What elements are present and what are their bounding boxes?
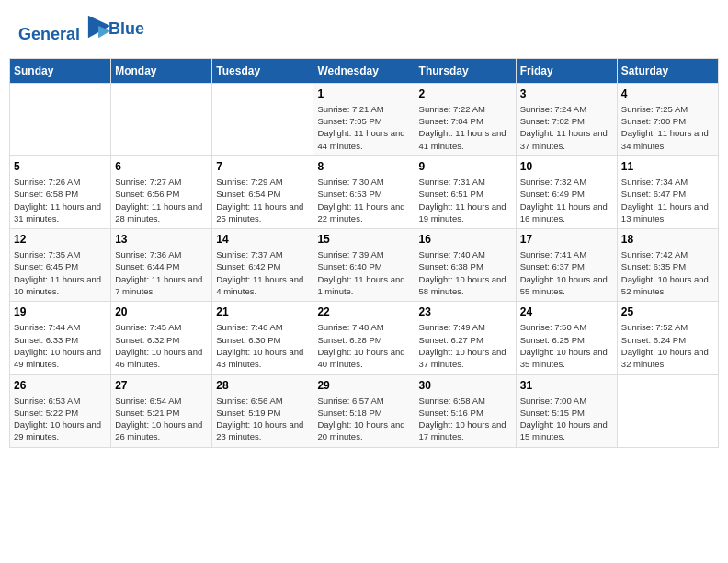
- day-number: 17: [520, 233, 613, 246]
- calendar-cell: 16Sunrise: 7:40 AM Sunset: 6:38 PM Dayli…: [415, 229, 516, 302]
- calendar-cell: 22Sunrise: 7:48 AM Sunset: 6:28 PM Dayli…: [313, 302, 415, 374]
- calendar-cell: 1Sunrise: 7:21 AM Sunset: 7:05 PM Daylig…: [313, 83, 415, 155]
- day-info: Sunrise: 7:32 AM Sunset: 6:49 PM Dayligh…: [520, 176, 613, 224]
- day-number: 3: [520, 87, 613, 100]
- calendar-cell: 3Sunrise: 7:24 AM Sunset: 7:02 PM Daylig…: [516, 83, 617, 155]
- calendar-cell: 24Sunrise: 7:50 AM Sunset: 6:25 PM Dayli…: [516, 302, 617, 374]
- calendar-cell: 21Sunrise: 7:46 AM Sunset: 6:30 PM Dayli…: [212, 302, 313, 374]
- calendar-cell: 11Sunrise: 7:34 AM Sunset: 6:47 PM Dayli…: [617, 155, 718, 228]
- calendar-cell: 19Sunrise: 7:44 AM Sunset: 6:33 PM Dayli…: [10, 302, 111, 374]
- day-number: 20: [115, 305, 208, 318]
- calendar-cell: 12Sunrise: 7:35 AM Sunset: 6:45 PM Dayli…: [10, 229, 111, 302]
- day-number: 13: [115, 233, 208, 246]
- day-number: 28: [216, 379, 309, 392]
- day-number: 31: [520, 379, 613, 392]
- day-number: 21: [216, 305, 309, 318]
- day-info: Sunrise: 7:45 AM Sunset: 6:32 PM Dayligh…: [115, 321, 208, 370]
- day-info: Sunrise: 6:56 AM Sunset: 5:19 PM Dayligh…: [216, 395, 309, 443]
- day-info: Sunrise: 7:41 AM Sunset: 6:37 PM Dayligh…: [520, 248, 613, 297]
- day-number: 2: [419, 87, 512, 100]
- column-header-thursday: Thursday: [415, 58, 516, 83]
- calendar-cell: 14Sunrise: 7:37 AM Sunset: 6:42 PM Dayli…: [212, 229, 313, 302]
- calendar-cell: 26Sunrise: 6:53 AM Sunset: 5:22 PM Dayli…: [10, 374, 111, 447]
- calendar-cell: 17Sunrise: 7:41 AM Sunset: 6:37 PM Dayli…: [516, 229, 617, 302]
- column-header-monday: Monday: [111, 58, 212, 83]
- calendar-cell: 2Sunrise: 7:22 AM Sunset: 7:04 PM Daylig…: [415, 83, 516, 155]
- calendar-week-1: 1Sunrise: 7:21 AM Sunset: 7:05 PM Daylig…: [10, 83, 719, 155]
- day-number: 12: [14, 233, 107, 246]
- calendar-table: SundayMondayTuesdayWednesdayThursdayFrid…: [9, 58, 719, 448]
- day-info: Sunrise: 6:58 AM Sunset: 5:16 PM Dayligh…: [419, 395, 512, 443]
- calendar-cell: 9Sunrise: 7:31 AM Sunset: 6:51 PM Daylig…: [415, 155, 516, 228]
- calendar-cell: 7Sunrise: 7:29 AM Sunset: 6:54 PM Daylig…: [212, 155, 313, 228]
- calendar-cell: 4Sunrise: 7:25 AM Sunset: 7:00 PM Daylig…: [617, 83, 718, 155]
- calendar-cell: 15Sunrise: 7:39 AM Sunset: 6:40 PM Dayli…: [313, 229, 415, 302]
- calendar-cell: 13Sunrise: 7:36 AM Sunset: 6:44 PM Dayli…: [111, 229, 212, 302]
- day-info: Sunrise: 6:54 AM Sunset: 5:21 PM Dayligh…: [115, 395, 208, 443]
- day-info: Sunrise: 7:25 AM Sunset: 7:00 PM Dayligh…: [621, 103, 714, 152]
- logo-text: General: [18, 14, 112, 44]
- day-info: Sunrise: 7:29 AM Sunset: 6:54 PM Dayligh…: [216, 176, 309, 224]
- day-info: Sunrise: 7:49 AM Sunset: 6:27 PM Dayligh…: [419, 321, 512, 370]
- day-info: Sunrise: 7:27 AM Sunset: 6:56 PM Dayligh…: [115, 176, 208, 224]
- column-header-friday: Friday: [516, 58, 617, 83]
- day-info: Sunrise: 7:36 AM Sunset: 6:44 PM Dayligh…: [115, 248, 208, 297]
- day-info: Sunrise: 7:00 AM Sunset: 5:15 PM Dayligh…: [520, 395, 613, 443]
- calendar-header-row: SundayMondayTuesdayWednesdayThursdayFrid…: [10, 58, 719, 83]
- day-info: Sunrise: 7:46 AM Sunset: 6:30 PM Dayligh…: [216, 321, 309, 370]
- day-number: 8: [317, 160, 410, 173]
- day-number: 30: [419, 379, 512, 392]
- day-number: 6: [115, 160, 208, 173]
- day-number: 5: [14, 160, 107, 173]
- day-info: Sunrise: 7:44 AM Sunset: 6:33 PM Dayligh…: [14, 321, 107, 370]
- calendar-cell: [111, 83, 212, 155]
- day-info: Sunrise: 7:31 AM Sunset: 6:51 PM Dayligh…: [419, 176, 512, 224]
- calendar-cell: 27Sunrise: 6:54 AM Sunset: 5:21 PM Dayli…: [111, 374, 212, 447]
- day-number: 11: [621, 160, 714, 173]
- page-header: General Blue: [9, 9, 719, 49]
- day-info: Sunrise: 7:42 AM Sunset: 6:35 PM Dayligh…: [621, 248, 714, 297]
- day-info: Sunrise: 6:57 AM Sunset: 5:18 PM Dayligh…: [317, 395, 410, 443]
- day-number: 23: [419, 305, 512, 318]
- day-number: 18: [621, 233, 714, 246]
- day-info: Sunrise: 7:22 AM Sunset: 7:04 PM Dayligh…: [419, 103, 512, 152]
- day-number: 10: [520, 160, 613, 173]
- day-number: 14: [216, 233, 309, 246]
- day-number: 25: [621, 305, 714, 318]
- calendar-cell: 5Sunrise: 7:26 AM Sunset: 6:58 PM Daylig…: [10, 155, 111, 228]
- day-number: 7: [216, 160, 309, 173]
- day-number: 27: [115, 379, 208, 392]
- calendar-cell: 18Sunrise: 7:42 AM Sunset: 6:35 PM Dayli…: [617, 229, 718, 302]
- day-info: Sunrise: 7:48 AM Sunset: 6:28 PM Dayligh…: [317, 321, 410, 370]
- calendar-cell: 30Sunrise: 6:58 AM Sunset: 5:16 PM Dayli…: [415, 374, 516, 447]
- calendar-week-5: 26Sunrise: 6:53 AM Sunset: 5:22 PM Dayli…: [10, 374, 719, 447]
- day-info: Sunrise: 7:26 AM Sunset: 6:58 PM Dayligh…: [14, 176, 107, 224]
- column-header-saturday: Saturday: [617, 58, 718, 83]
- day-number: 19: [14, 305, 107, 318]
- day-info: Sunrise: 6:53 AM Sunset: 5:22 PM Dayligh…: [14, 395, 107, 443]
- column-header-sunday: Sunday: [10, 58, 111, 83]
- day-info: Sunrise: 7:34 AM Sunset: 6:47 PM Dayligh…: [621, 176, 714, 224]
- calendar-cell: 10Sunrise: 7:32 AM Sunset: 6:49 PM Dayli…: [516, 155, 617, 228]
- calendar-cell: 8Sunrise: 7:30 AM Sunset: 6:53 PM Daylig…: [313, 155, 415, 228]
- calendar-week-2: 5Sunrise: 7:26 AM Sunset: 6:58 PM Daylig…: [10, 155, 719, 228]
- column-header-tuesday: Tuesday: [212, 58, 313, 83]
- logo-blue: Blue: [108, 19, 144, 39]
- calendar-week-3: 12Sunrise: 7:35 AM Sunset: 6:45 PM Dayli…: [10, 229, 719, 302]
- calendar-cell: 31Sunrise: 7:00 AM Sunset: 5:15 PM Dayli…: [516, 374, 617, 447]
- day-number: 29: [317, 379, 410, 392]
- day-number: 24: [520, 305, 613, 318]
- logo: General Blue: [18, 14, 144, 44]
- day-number: 15: [317, 233, 410, 246]
- day-info: Sunrise: 7:30 AM Sunset: 6:53 PM Dayligh…: [317, 176, 410, 224]
- day-info: Sunrise: 7:24 AM Sunset: 7:02 PM Dayligh…: [520, 103, 613, 152]
- calendar-cell: 25Sunrise: 7:52 AM Sunset: 6:24 PM Dayli…: [617, 302, 718, 374]
- day-info: Sunrise: 7:37 AM Sunset: 6:42 PM Dayligh…: [216, 248, 309, 297]
- calendar-cell: [212, 83, 313, 155]
- calendar-cell: 20Sunrise: 7:45 AM Sunset: 6:32 PM Dayli…: [111, 302, 212, 374]
- day-number: 4: [621, 87, 714, 100]
- day-number: 9: [419, 160, 512, 173]
- calendar-cell: 29Sunrise: 6:57 AM Sunset: 5:18 PM Dayli…: [313, 374, 415, 447]
- logo-general: General: [18, 25, 80, 43]
- calendar-cell: [10, 83, 111, 155]
